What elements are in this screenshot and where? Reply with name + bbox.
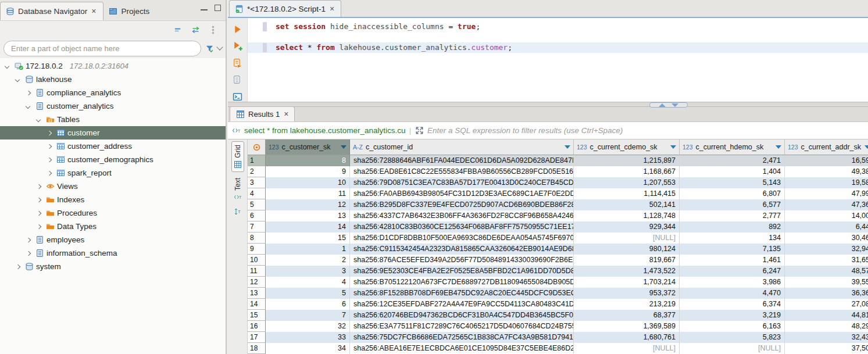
row-number[interactable]: 11 bbox=[248, 266, 266, 277]
grid-cell[interactable]: 6,247 bbox=[680, 266, 785, 277]
chevron-down-icon[interactable] bbox=[24, 102, 33, 110]
grid-cell[interactable]: 34 bbox=[266, 343, 350, 354]
tab-database-navigator[interactable]: Database Navigator × bbox=[0, 2, 103, 20]
sash-collapse-control[interactable] bbox=[649, 102, 688, 108]
grid-cell[interactable]: 5 bbox=[266, 288, 350, 299]
tree-item-employees[interactable]: employees bbox=[0, 233, 226, 246]
chevron-down-icon[interactable] bbox=[3, 62, 12, 70]
grid-cell[interactable]: sha256:4337C7AB6432E3B06FF4A3636FD2F8CC8… bbox=[350, 210, 574, 221]
tree-item-customer[interactable]: customer bbox=[0, 126, 226, 140]
grid-corner-cell[interactable] bbox=[248, 140, 266, 155]
grid-cell[interactable]: sha256:C9115342454A2323DA815865CAA326064… bbox=[350, 244, 574, 255]
tab-sql-script[interactable]: *<172.18.0.2> Script-1 × bbox=[229, 0, 341, 17]
minimize-icon[interactable] bbox=[201, 9, 208, 10]
tree-item-compliance-analytics[interactable]: compliance_analytics bbox=[0, 86, 226, 99]
grid-cell[interactable]: 6,374 bbox=[680, 299, 785, 310]
grid-cell[interactable]: sha256:8F1528BB708DF69EB475DC92A8C20EC44… bbox=[350, 288, 574, 299]
chevron-right-icon[interactable] bbox=[35, 223, 43, 231]
execute-statement-icon[interactable] bbox=[233, 24, 243, 34]
switch-presentation-icon[interactable]: T bbox=[233, 207, 242, 216]
grid-cell[interactable]: 1,473,522 bbox=[574, 266, 680, 277]
grid-cell[interactable]: 1,703,214 bbox=[574, 277, 680, 288]
grid-cell[interactable]: sha256:D1CDF8DBB10F500EA9693C86DE6DEAA05… bbox=[350, 233, 574, 244]
search-input[interactable] bbox=[3, 41, 201, 56]
editor-code[interactable]: set session hide_inaccessible_columns = … bbox=[248, 18, 868, 102]
grid-cell[interactable]: 39,55 bbox=[785, 277, 868, 288]
filter-funnel-icon[interactable] bbox=[205, 44, 214, 53]
column-header-c_current_cdemo_sk[interactable]: 123c_current_cdemo_sk bbox=[574, 140, 680, 155]
tree-item-customer-analytics[interactable]: customer_analytics bbox=[0, 99, 226, 113]
grid-cell[interactable]: 7,135 bbox=[680, 244, 785, 255]
row-number[interactable]: 17 bbox=[248, 332, 266, 343]
chevron-right-icon[interactable] bbox=[14, 263, 22, 271]
open-console-icon[interactable] bbox=[233, 91, 243, 102]
collapse-up-icon[interactable] bbox=[659, 103, 666, 107]
column-header-c_current_hdemo_sk[interactable]: 123c_current_hdemo_sk bbox=[680, 140, 785, 155]
chevron-right-icon[interactable] bbox=[35, 196, 43, 204]
grid-cell[interactable]: 6,807 bbox=[680, 188, 785, 199]
code-line[interactable]: select * from lakehouse.customer_analyti… bbox=[248, 42, 868, 53]
grid-cell[interactable]: 15 bbox=[266, 233, 350, 244]
grid-cell[interactable]: 892 bbox=[680, 221, 785, 233]
collapse-down-icon[interactable] bbox=[671, 103, 678, 107]
grid-cell[interactable]: sha256:75DC7FCB6686EDA72565C1B838CA7FC43… bbox=[350, 332, 574, 343]
grid-cell[interactable]: 1 bbox=[266, 244, 350, 255]
chevron-right-icon[interactable] bbox=[35, 183, 43, 191]
close-icon[interactable]: × bbox=[283, 111, 289, 117]
chevron-down-icon[interactable] bbox=[14, 76, 22, 84]
grid-cell[interactable]: 980,124 bbox=[574, 244, 680, 255]
grid-cell[interactable]: 47,99 bbox=[785, 188, 868, 199]
grid-cell[interactable]: 1,369,589 bbox=[574, 321, 680, 332]
row-number[interactable]: 1 bbox=[248, 155, 266, 166]
expand-filter-icon[interactable] bbox=[415, 126, 424, 135]
grid-cell[interactable]: 10 bbox=[266, 177, 350, 188]
column-dropdown-icon[interactable] bbox=[565, 145, 570, 149]
grid-cell[interactable]: sha256:620746BED947362BCD6CF31B0A4C547DD… bbox=[350, 310, 574, 321]
row-number[interactable]: 12 bbox=[248, 277, 266, 288]
column-dropdown-icon[interactable] bbox=[670, 145, 676, 149]
column-header-c_current_addr_sk[interactable]: 123c_current_addr_sk bbox=[785, 140, 868, 155]
tree-item-lakehouse[interactable]: lakehouse bbox=[0, 73, 226, 86]
tree-item-indexes[interactable]: Indexes bbox=[0, 193, 226, 206]
grid-cell[interactable]: 16,59 bbox=[785, 155, 868, 166]
chevron-right-icon[interactable] bbox=[45, 156, 53, 164]
grid-cell[interactable]: 6,44 bbox=[785, 221, 868, 233]
grid-cell[interactable]: 134 bbox=[680, 233, 785, 244]
grid-cell[interactable]: 32,94 bbox=[785, 244, 868, 255]
grid-cell[interactable]: 1,207,553 bbox=[574, 177, 680, 188]
grid-cell[interactable]: 1,461 bbox=[680, 255, 785, 266]
tree-item-information-schema[interactable]: information_schema bbox=[0, 246, 226, 260]
column-dropdown-icon[interactable] bbox=[341, 145, 347, 149]
grid-cell[interactable]: 32,43 bbox=[785, 332, 868, 343]
grid-cell[interactable]: 36,36 bbox=[785, 288, 868, 299]
grid-cell[interactable]: 502,141 bbox=[574, 199, 680, 210]
chevron-right-icon[interactable] bbox=[24, 89, 33, 97]
tab-projects[interactable]: Projects bbox=[103, 2, 156, 20]
row-number[interactable]: 9 bbox=[248, 244, 266, 255]
grid-cell[interactable]: 32 bbox=[266, 321, 350, 332]
code-line[interactable] bbox=[248, 32, 868, 42]
grid-cell[interactable]: 48,57 bbox=[785, 266, 868, 277]
chevron-right-icon[interactable] bbox=[45, 142, 53, 151]
grid-cell[interactable]: 30,46 bbox=[785, 233, 868, 244]
row-number[interactable]: 6 bbox=[248, 210, 266, 221]
grid-cell[interactable]: sha256:79D08751C3EA7C83BA57D177E00413D0C… bbox=[350, 177, 574, 188]
grid-cell[interactable]: 953,372 bbox=[574, 288, 680, 299]
tree-item-customer-address[interactable]: customer_address bbox=[0, 140, 226, 153]
chevron-right-icon[interactable] bbox=[35, 209, 43, 217]
grid-cell[interactable]: 4 bbox=[266, 277, 350, 288]
grid-cell[interactable]: [NULL] bbox=[680, 343, 785, 354]
tree-item-172-18-0-2[interactable]: 172.18.0.2172.18.0.2:31604 bbox=[0, 59, 226, 73]
grid-cell[interactable]: 4,470 bbox=[680, 288, 785, 299]
grid-cell[interactable]: sha256:B705122120A673FC7DE6889727DB11809… bbox=[350, 277, 574, 288]
grid-cell[interactable]: 2 bbox=[266, 255, 350, 266]
chevron-right-icon[interactable] bbox=[45, 169, 53, 177]
grid-cell[interactable]: 929,344 bbox=[574, 221, 680, 233]
row-number[interactable]: 7 bbox=[248, 221, 266, 233]
grid-cell[interactable]: 2,777 bbox=[680, 210, 785, 221]
close-icon[interactable]: × bbox=[329, 6, 335, 12]
grid-cell[interactable]: sha256:72888646ABF61FA044EDEC061D6DA5A09… bbox=[350, 155, 574, 166]
maximize-icon[interactable] bbox=[215, 5, 221, 11]
grid-cell[interactable]: 819,667 bbox=[574, 255, 680, 266]
grid-cell[interactable]: 13 bbox=[266, 210, 350, 221]
